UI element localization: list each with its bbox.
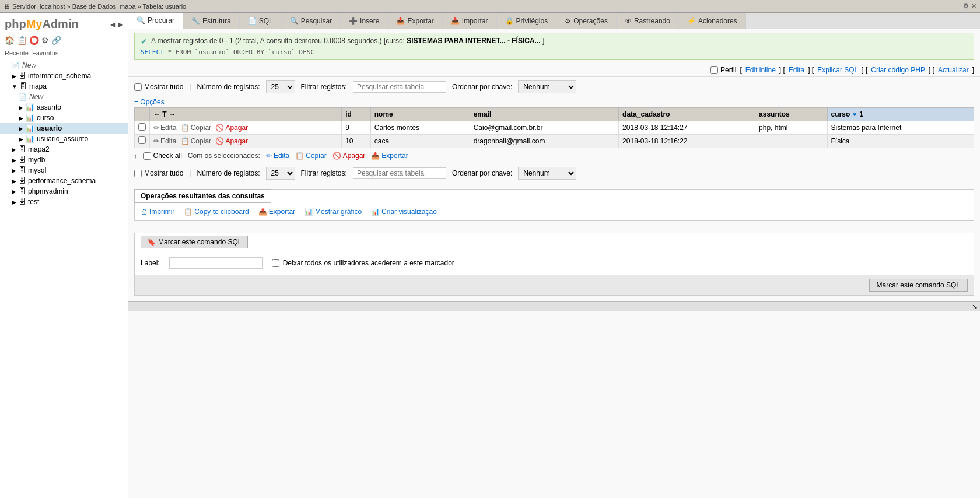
- order-bottom-label: Ordenar por chave:: [452, 169, 512, 177]
- rastreando-icon: 👁: [625, 17, 632, 25]
- expand-ua-icon: ▶: [19, 136, 23, 142]
- logo: phpMyAdmin: [5, 17, 79, 31]
- nav-right-icon[interactable]: →: [169, 110, 176, 118]
- recent-link[interactable]: Recente: [5, 50, 29, 57]
- sidebar-item-mapa2[interactable]: ▶ 🗄 mapa2: [0, 144, 128, 155]
- col-header-email[interactable]: email: [470, 108, 618, 121]
- bulk-edit-icon: ✏: [266, 152, 272, 160]
- tab-exportar[interactable]: 📤 Exportar: [388, 13, 442, 29]
- label-input[interactable]: [169, 257, 262, 269]
- explicar-sql-link[interactable]: Explicar SQL: [817, 66, 858, 74]
- check-all-checkbox[interactable]: [144, 152, 151, 160]
- viz-link[interactable]: 📊 Criar visualização: [371, 208, 437, 216]
- tab-procurar[interactable]: 🔍 Procurar: [128, 13, 183, 29]
- bookmark-submit-btn[interactable]: Marcar este comando SQL: [869, 279, 968, 292]
- filter-top-input[interactable]: [353, 81, 446, 93]
- sidebar-collapse-icon[interactable]: ◀: [110, 20, 116, 29]
- table-wrap: ← T → id nome: [134, 107, 974, 148]
- sidebar-item-new-mapa[interactable]: 📄 New: [0, 92, 128, 102]
- row1-data: 2018-03-18 12:14:27: [619, 121, 755, 135]
- show-all-bottom-checkbox[interactable]: [134, 170, 142, 177]
- actualizar-link[interactable]: Actualizar: [938, 66, 969, 74]
- sidebar-item-mysql[interactable]: ▶ 🗄 mysql: [0, 165, 128, 176]
- new-root-icon: 📄: [12, 62, 20, 69]
- sidebar-expand-icon[interactable]: ▶: [118, 20, 123, 29]
- sidebar-item-phpmyadmin[interactable]: ▶ 🗄 phpmyadmin: [0, 186, 128, 197]
- col-header-id[interactable]: id: [342, 108, 371, 121]
- close-icon[interactable]: ✕: [971, 2, 977, 10]
- tab-insere[interactable]: ➕ Insere: [341, 13, 388, 29]
- sidebar-item-new-root[interactable]: 📄 New: [0, 60, 128, 71]
- sidebar-item-mapa[interactable]: ▼ 🗄 mapa: [0, 81, 128, 92]
- row1-copy[interactable]: 📋 Copiar: [181, 124, 211, 132]
- row1-edit[interactable]: ✏ Edita: [153, 124, 176, 132]
- sidebar-item-usuario-assunto[interactable]: ▶ 📊 usuario_assunto: [0, 134, 128, 144]
- order-top-select[interactable]: Nenhum: [518, 80, 576, 93]
- edita-link[interactable]: Edita: [789, 66, 804, 74]
- filter-bottom-input[interactable]: [353, 167, 446, 179]
- export-ops-link[interactable]: 📤 Exportar: [258, 208, 295, 216]
- favorites-link[interactable]: Favoritos: [32, 50, 58, 57]
- chart-link[interactable]: 📊 Mostrar gráfico: [304, 208, 362, 216]
- sidebar-item-mydb[interactable]: ▶ 🗄 mydb: [0, 155, 128, 165]
- tab-rastreando[interactable]: 👁 Rastreando: [617, 13, 679, 29]
- sql-query-text: SELECT * FROM `usuario` ORDER BY `curso`…: [141, 48, 968, 56]
- sidebar-item-information-schema[interactable]: ▶ 🗄 information_schema: [0, 71, 128, 81]
- tab-sql[interactable]: 📄 SQL: [240, 13, 282, 29]
- show-all-top-checkbox[interactable]: [134, 83, 142, 91]
- expand-test-icon: ▶: [12, 199, 16, 205]
- tab-privilegios[interactable]: 🔒 Privilégios: [497, 13, 557, 29]
- row2-delete[interactable]: 🚫 Apagar: [215, 137, 248, 145]
- select-link[interactable]: SELECT: [141, 48, 164, 56]
- gear-sidebar-icon[interactable]: ⚙: [41, 36, 49, 45]
- tab-pesquisar[interactable]: 🔍 Pesquisar: [282, 13, 341, 29]
- gear-icon[interactable]: ⚙: [963, 2, 969, 10]
- bulk-delete-link[interactable]: 🚫 Apagar: [332, 152, 366, 160]
- num-records-top-select[interactable]: 25 50 100: [266, 80, 295, 93]
- print-link[interactable]: 🖨 Imprimir: [141, 208, 174, 216]
- bulk-edit-link[interactable]: ✏ Edita: [266, 152, 289, 160]
- order-bottom-select[interactable]: Nenhum: [518, 167, 576, 180]
- tab-estrutura[interactable]: 🔧 Estrutura: [183, 13, 240, 29]
- db-list-icon[interactable]: 📋: [17, 36, 27, 45]
- criar-codigo-link[interactable]: Criar código PHP: [871, 66, 925, 74]
- row1-checkbox[interactable]: [138, 123, 146, 131]
- sidebar-item-curso[interactable]: ▶ 📊 curso: [0, 113, 128, 123]
- tab-acionadores[interactable]: ⚡ Acionadores: [679, 13, 746, 29]
- tab-operacoes[interactable]: ⚙ Operações: [556, 13, 617, 29]
- profile-checkbox[interactable]: [710, 66, 718, 74]
- col-header-assuntos[interactable]: assuntos: [755, 108, 827, 121]
- row2-checkbox[interactable]: [138, 136, 146, 144]
- db-pma-icon: 🗄: [19, 187, 26, 195]
- home-icon[interactable]: 🏠: [5, 36, 15, 45]
- options-toggle[interactable]: + Opções: [134, 98, 164, 106]
- col-header-curso[interactable]: curso ▼ 1: [827, 108, 974, 121]
- logo-admin: Admin: [42, 17, 78, 30]
- sidebar-item-test[interactable]: ▶ 🗄 test: [0, 197, 128, 207]
- link-icon[interactable]: 🔗: [51, 36, 61, 45]
- circle-icon[interactable]: ⭕: [29, 36, 39, 45]
- bulk-copy-link[interactable]: 📋 Copiar: [295, 152, 326, 160]
- sidebar-item-performance[interactable]: ▶ 🗄 performance_schema: [0, 176, 128, 186]
- tab-importar[interactable]: 📥 Importar: [443, 13, 497, 29]
- row1-assuntos: php, html: [755, 121, 827, 135]
- edit-inline-link[interactable]: Edit inline: [746, 66, 776, 74]
- row2-copy[interactable]: 📋 Copiar: [181, 137, 211, 145]
- nav-left-icon[interactable]: ←: [153, 110, 160, 118]
- row2-edit[interactable]: ✏ Edita: [153, 137, 176, 145]
- col-header-data[interactable]: data_cadastro: [619, 108, 755, 121]
- clipboard-link[interactable]: 📋 Copy to clipboard: [184, 208, 249, 216]
- bulk-export-link[interactable]: 📤 Exportar: [371, 152, 408, 160]
- table-row: ✏ Edita 📋 Copiar 🚫 Apagar 9 Carlos monte…: [135, 121, 974, 135]
- operations-section: Operações resultantes das consultas 🖨 Im…: [134, 189, 974, 221]
- col-header-nome[interactable]: nome: [370, 108, 470, 121]
- bookmark-header: 🔖 Marcar este comando SQL: [135, 233, 974, 251]
- num-records-bottom-select[interactable]: 25 50 100: [266, 167, 295, 180]
- public-checkbox[interactable]: [272, 259, 279, 267]
- profile-sep4: ] [: [862, 66, 867, 74]
- bookmark-header-btn[interactable]: 🔖 Marcar este comando SQL: [141, 236, 248, 248]
- sidebar-item-assunto[interactable]: ▶ 📊 assunto: [0, 102, 128, 113]
- sidebar-item-usuario[interactable]: ▶ 📊 usuario: [0, 123, 128, 134]
- procurar-icon: 🔍: [136, 16, 145, 24]
- row1-delete[interactable]: 🚫 Apagar: [215, 124, 248, 132]
